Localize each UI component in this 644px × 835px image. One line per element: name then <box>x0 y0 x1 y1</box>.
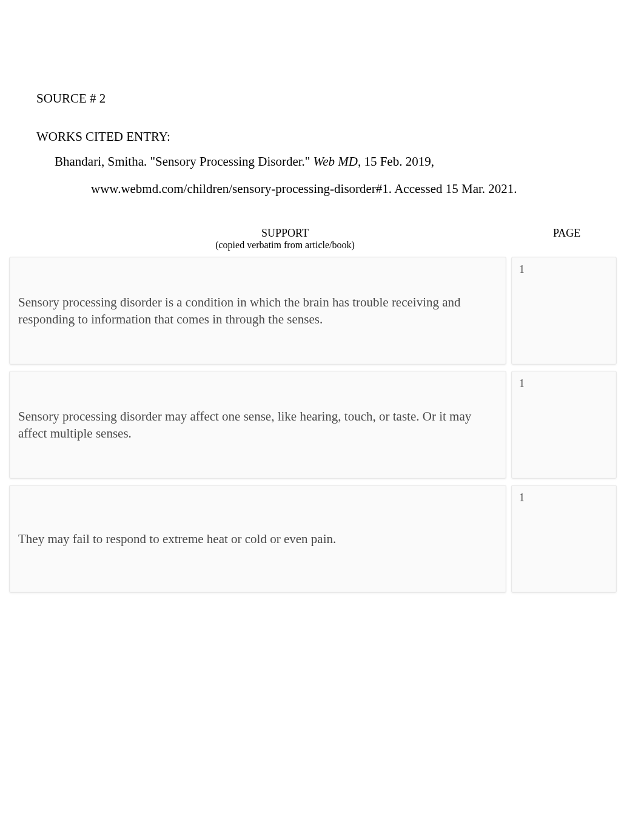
support-cell[interactable]: Sensory processing disorder may affect o… <box>9 371 506 479</box>
support-header-text: SUPPORT <box>36 227 534 240</box>
citation-author-title: Bhandari, Smitha. "Sensory Processing Di… <box>55 154 314 169</box>
citation-date: 15 Feb. 2019, <box>364 154 434 169</box>
page-cell[interactable]: 1 <box>511 485 617 593</box>
support-cell[interactable]: They may fail to respond to extreme heat… <box>9 485 506 593</box>
page-cell[interactable]: 1 <box>511 371 617 479</box>
table-row: They may fail to respond to extreme heat… <box>9 485 617 593</box>
support-column-header: SUPPORT (copied verbatim from article/bo… <box>36 227 534 251</box>
table-row: Sensory processing disorder is a conditi… <box>9 257 617 365</box>
source-number-label: SOURCE # 2 <box>36 91 608 106</box>
support-subheader-text: (copied verbatim from article/book) <box>36 240 534 251</box>
table-row: Sensory processing disorder may affect o… <box>9 371 617 479</box>
page-column-header: PAGE <box>534 227 608 251</box>
notes-table: Sensory processing disorder is a conditi… <box>9 257 617 593</box>
citation-line-2: www.webmd.com/children/sensory-processin… <box>91 181 608 197</box>
table-header-row: SUPPORT (copied verbatim from article/bo… <box>36 227 608 251</box>
support-cell[interactable]: Sensory processing disorder is a conditi… <box>9 257 506 365</box>
works-cited-label: WORKS CITED ENTRY: <box>36 129 608 144</box>
page-cell[interactable]: 1 <box>511 257 617 365</box>
citation-source-italic: Web MD, <box>314 154 364 169</box>
citation-line-1: Bhandari, Smitha. "Sensory Processing Di… <box>55 154 608 169</box>
